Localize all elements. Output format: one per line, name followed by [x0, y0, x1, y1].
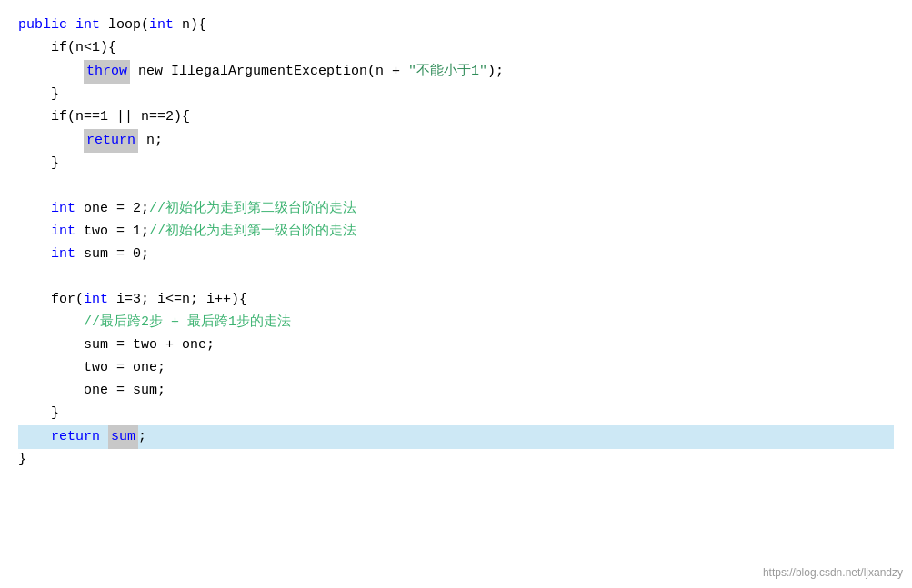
code-line-20: } [18, 449, 894, 472]
keyword-int-two: int [51, 221, 75, 243]
code-line-1: public int loop( int n){ [18, 15, 894, 37]
code-block: public int loop( int n){ if(n<1){ throw … [0, 0, 912, 486]
comment-for: //最后跨2步 + 最后跨1步的走法 [84, 312, 291, 334]
code-line-8 [18, 175, 894, 198]
code-line-6: return n; [18, 129, 894, 153]
code-line-14: //最后跨2步 + 最后跨1步的走法 [18, 312, 894, 334]
code-line-10: int two = 1; //初始化为走到第一级台阶的走法 [18, 221, 894, 244]
keyword-sum-highlighted: sum [108, 425, 138, 449]
keyword-int-param: int [149, 15, 174, 36]
code-line-17: one = sum; [18, 380, 894, 403]
code-line-5: if(n==1 || n==2){ [18, 106, 894, 129]
watermark: https://blog.csdn.net/ljxandzy [763, 566, 903, 579]
comment-one: //初始化为走到第二级台阶的走法 [149, 198, 356, 220]
keyword-int: int [75, 15, 100, 36]
code-line-9: int one = 2; //初始化为走到第二级台阶的走法 [18, 198, 894, 221]
keyword-public: public [18, 15, 67, 36]
code-line-11: int sum = 0; [18, 244, 894, 266]
code-line-12 [18, 266, 894, 289]
keyword-throw: throw [84, 60, 130, 84]
keyword-int-one: int [51, 198, 75, 220]
code-container: public int loop( int n){ if(n<1){ throw … [0, 0, 912, 588]
string-literal: "不能小于1" [408, 61, 487, 83]
code-line-15: sum = two + one; [18, 334, 894, 357]
comment-two: //初始化为走到第一级台阶的走法 [149, 221, 356, 243]
code-line-4: } [18, 84, 894, 106]
code-line-13: for( int i=3; i<=n; i++){ [18, 289, 894, 312]
keyword-return-1: return [84, 129, 138, 153]
code-line-16: two = one; [18, 357, 894, 380]
code-line-3: throw new IllegalArgumentException(n + "… [18, 60, 894, 84]
code-line-19: return sum ; [18, 425, 894, 449]
code-line-7: } [18, 153, 894, 175]
code-line-18: } [18, 403, 894, 425]
code-line-2: if(n<1){ [18, 37, 894, 60]
keyword-return-2: return [51, 426, 100, 448]
keyword-int-for: int [84, 289, 108, 311]
keyword-int-sum: int [51, 244, 75, 265]
